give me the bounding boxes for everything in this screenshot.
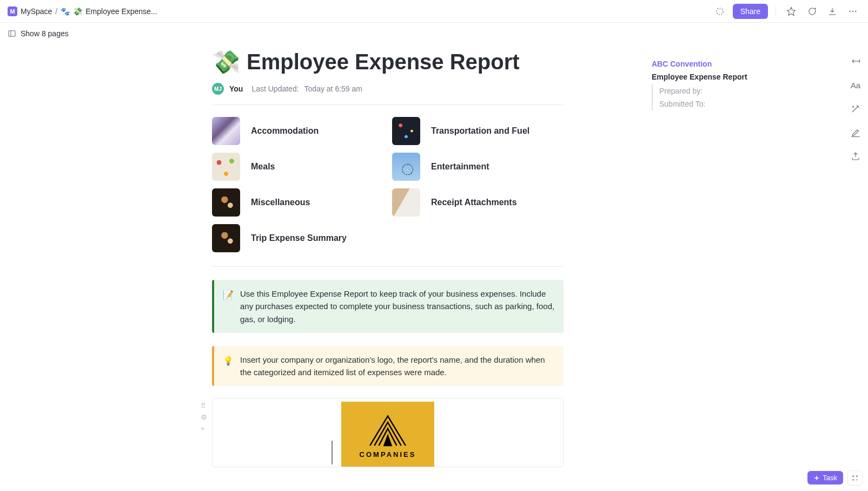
svg-point-0 [717,8,723,15]
category-label: Receipt Attachments [431,198,517,207]
bulb-icon: 💡 [223,355,234,379]
callout-tip[interactable]: 💡 Insert your company or organization's … [212,346,564,387]
svg-point-2 [850,10,851,11]
category-label: Trip Expense Summary [251,233,347,243]
category-entertainment[interactable]: Entertainment [392,153,564,181]
category-thumb [212,153,240,181]
breadcrumb-space[interactable]: MySpace [21,7,52,16]
drag-handle-icon[interactable]: ⠿ [201,402,207,410]
category-accommodation[interactable]: Accommodation [212,117,383,145]
category-thumb [392,117,420,145]
breadcrumb-folder-emoji[interactable]: 🐾 [61,7,70,16]
outline-item-sub[interactable]: Prepared by: [659,84,787,97]
new-task-button[interactable]: Task [807,471,843,485]
category-label: Entertainment [431,162,489,172]
page-title[interactable]: Employee Expense Report [247,50,520,74]
svg-point-7 [856,475,858,477]
logo-block[interactable]: ⠿ ⚙ + COMPANIES [212,398,564,467]
share-button[interactable]: Share [733,4,768,19]
export-icon[interactable] [849,149,863,163]
callout-text: Use this Employee Expense Report to keep… [240,287,555,325]
ai-wand-icon[interactable] [849,102,863,116]
callout-text: Insert your company or organization's lo… [240,353,555,379]
meta-row: MJ You Last Updated: Today at 6:59 am [212,83,564,105]
category-thumb [392,153,420,181]
loading-icon[interactable] [712,4,727,19]
svg-point-6 [852,475,854,477]
apps-button[interactable] [847,470,863,486]
category-thumb [212,224,240,252]
edit-icon[interactable] [849,126,863,140]
logo-text: COMPANIES [360,450,416,459]
category-grid: Accommodation Transportation and Fuel Me… [212,117,564,267]
category-miscellaneous[interactable]: Miscellaneous [212,188,383,217]
outline-item-current[interactable]: Employee Expense Report [652,70,787,83]
category-trip-summary[interactable]: Trip Expense Summary [212,224,383,252]
svg-rect-5 [9,31,15,37]
page-emoji[interactable]: 💸 [212,49,240,75]
more-icon[interactable] [845,4,860,19]
category-thumb [392,188,420,217]
company-logo: COMPANIES [341,402,434,467]
breadcrumb-page[interactable]: Employee Expense... [85,7,157,16]
category-label: Transportation and Fuel [431,126,529,136]
gear-icon[interactable]: ⚙ [201,413,207,421]
text-cursor [332,441,333,464]
task-button-label: Task [823,474,837,482]
svg-point-9 [856,479,858,481]
category-transportation[interactable]: Transportation and Fuel [392,117,564,145]
topbar-actions: Share [712,4,860,19]
top-bar: M MySpace / 🐾 💸 Employee Expense... Shar… [0,0,868,23]
outline-item-root[interactable]: ABC Convention [652,57,787,70]
breadcrumb-sep: / [55,7,57,16]
memo-icon: 📝 [223,289,234,325]
font-size-button[interactable]: Aa [849,78,863,92]
comment-icon[interactable] [804,4,819,19]
show-pages-toggle[interactable]: Show 8 pages [0,23,868,44]
category-receipts[interactable]: Receipt Attachments [392,188,564,217]
block-handles: ⠿ ⚙ + [201,402,207,433]
updated-value: Today at 6:59 am [304,84,362,93]
svg-point-8 [852,479,854,481]
avatar[interactable]: MJ [212,83,224,95]
category-thumb [212,117,240,145]
category-thumb [212,188,240,217]
breadcrumb-page-emoji: 💸 [73,7,82,16]
author-name[interactable]: You [229,84,243,93]
divider [776,6,776,17]
svg-point-3 [852,10,853,11]
side-toolbar: Aa [849,54,863,163]
callout-info[interactable]: 📝 Use this Employee Expense Report to ke… [212,280,564,333]
category-label: Accommodation [251,126,319,136]
star-icon[interactable] [784,4,799,19]
category-meals[interactable]: Meals [212,153,383,181]
breadcrumb: M MySpace / 🐾 💸 Employee Expense... [8,6,157,16]
svg-marker-1 [787,7,796,15]
download-icon[interactable] [825,4,840,19]
document-body: 💸 Employee Expense Report MJ You Last Up… [212,44,564,489]
show-pages-label: Show 8 pages [21,29,69,38]
collapse-icon[interactable] [849,54,863,68]
category-label: Meals [251,162,275,172]
plus-icon[interactable]: + [201,424,207,433]
workspace-icon[interactable]: M [8,6,17,16]
outline-item-sub[interactable]: Submitted To: [659,97,787,110]
updated-label: Last Updated: [251,84,299,93]
page-outline: ABC Convention Employee Expense Report P… [652,57,787,110]
category-label: Miscellaneous [251,198,310,207]
page-title-row: 💸 Employee Expense Report [212,49,564,75]
svg-point-4 [855,10,856,11]
